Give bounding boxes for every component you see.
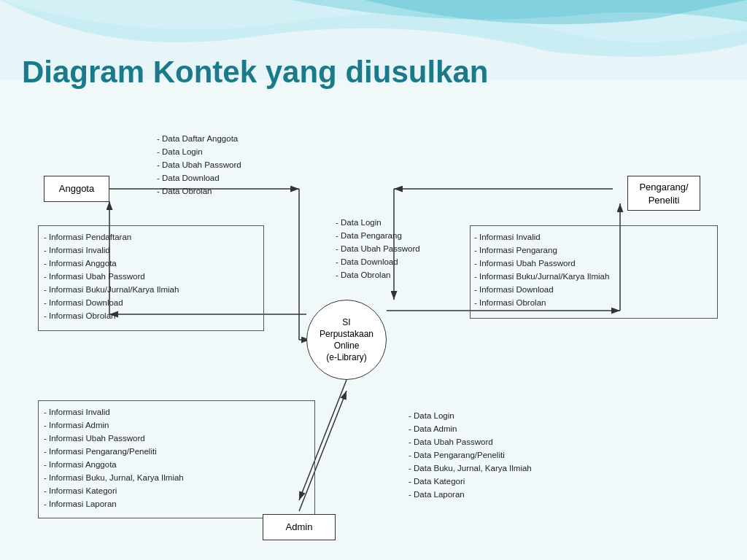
pengarang-label: Pengarang/Peneliti <box>639 182 688 206</box>
anggota-box: Anggota <box>44 176 109 202</box>
si-label: SIPerpustakaanOnline(e-Library) <box>320 316 374 363</box>
page-content: Diagram Kontek yang diusulkan <box>0 0 747 560</box>
info-from-admin-block: - Informasi Invalid - Informasi Admin - … <box>44 405 184 510</box>
diagram-container: Anggota Pengarang/Peneliti SIPerpustakaa… <box>22 88 722 560</box>
data-anggota-line4: - Data Download <box>157 171 241 184</box>
data-anggota-line2: - Data Login <box>157 145 241 158</box>
data-anggota-line5: - Data Obrolan <box>157 184 241 198</box>
info-from-pengarang-block: - Informasi Invalid - Informasi Pengaran… <box>474 230 609 309</box>
data-to-pengarang-block: - Data Login - Data Pengarang - Data Uba… <box>336 216 420 281</box>
data-anggota-line3: - Data Ubah Password <box>157 158 241 171</box>
admin-box: Admin <box>263 514 336 540</box>
pengarang-box: Pengarang/Peneliti <box>627 176 700 211</box>
si-circle: SIPerpustakaanOnline(e-Library) <box>306 300 387 380</box>
data-anggota-line1: - Data Daftar Anggota <box>157 132 241 145</box>
page-title: Diagram Kontek yang diusulkan <box>22 7 725 90</box>
data-to-admin-block: - Data Login - Data Admin - Data Ubah Pa… <box>409 409 532 501</box>
info-from-anggota-block: - Informasi Pendaftaran - Informasi Inva… <box>44 230 179 322</box>
data-to-anggota-block: - Data Daftar Anggota - Data Login - Dat… <box>157 132 241 198</box>
